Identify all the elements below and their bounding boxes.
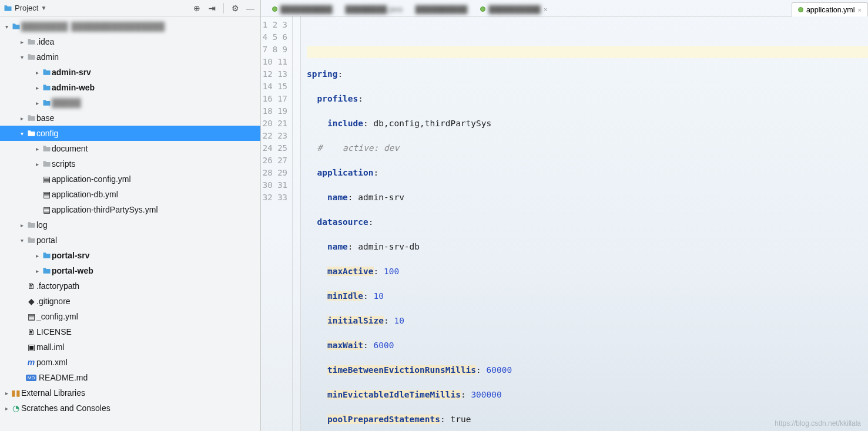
select-opened-file-icon[interactable]: ⊕ (190, 2, 203, 15)
libraries-icon: ▮▮ (11, 388, 21, 398)
tree-file-gitignore[interactable]: ◆ .gitignore (0, 294, 260, 309)
collapse-all-icon[interactable]: ⇥ (206, 2, 219, 15)
close-tab-icon[interactable]: × (544, 6, 547, 13)
spring-icon (480, 6, 485, 12)
tree-file-mall-iml[interactable]: ▣ mall.iml (0, 339, 260, 355)
tree-file-config-yml[interactable]: ▤ _config.yml (0, 309, 260, 324)
yml-file-icon: ▤ (41, 205, 52, 214)
project-tree[interactable]: ▾ ████████ ████████████████ ▸ .idea ▾ ad… (0, 16, 260, 431)
tree-item-config[interactable]: ▾ config (0, 126, 260, 141)
project-view-selector[interactable]: Project ▼ (4, 4, 188, 12)
tree-item-base[interactable]: ▸ base (0, 110, 260, 126)
tree-scratches[interactable]: ▸◔ Scratches and Consoles (0, 400, 260, 416)
editor[interactable]: 1 2 3 4 5 6 7 8 9 10 11 12 13 14 15 16 1… (261, 16, 868, 431)
tree-item-admin[interactable]: ▾ admin (0, 49, 260, 65)
tree-item-portal[interactable]: ▾ portal (0, 233, 260, 248)
divider (223, 3, 224, 14)
tree-item-admin-web[interactable]: ▸ admin-web (0, 80, 260, 95)
editor-tabs: ██████████ ████████.java ██████████ ████… (261, 0, 868, 16)
markdown-icon: MD (26, 375, 36, 381)
tree-item-log[interactable]: ▸ log (0, 217, 260, 233)
yml-file-icon: ▤ (41, 190, 52, 199)
iml-file-icon: ▣ (26, 342, 36, 352)
spring-icon (272, 6, 277, 12)
tree-file-app-tps[interactable]: ▤ application-thirdPartySys.yml (0, 202, 260, 217)
tree-file-app-config[interactable]: ▤ application-config.yml (0, 171, 260, 187)
gear-icon[interactable]: ⚙ (229, 2, 242, 15)
tree-item-portal-web[interactable]: ▸ portal-web (0, 263, 260, 278)
scratches-icon: ◔ (11, 403, 21, 413)
tree-external-libraries[interactable]: ▸▮▮ External Libraries (0, 385, 260, 400)
file-icon: 🗎 (26, 281, 36, 291)
spring-icon (798, 7, 803, 12)
tree-file-license[interactable]: 🗎 LICENSE (0, 324, 260, 339)
tree-item-portal-srv[interactable]: ▸ portal-srv (0, 248, 260, 263)
tree-item-idea[interactable]: ▸ .idea (0, 34, 260, 49)
fold-gutter[interactable] (293, 16, 301, 431)
tree-item-admin-blur[interactable]: ▸ █████ (0, 95, 260, 110)
text-file-icon: 🗎 (26, 327, 36, 336)
editor-tab-active[interactable]: application.yml × (792, 2, 868, 16)
yml-file-icon: ▤ (26, 312, 36, 321)
tree-file-pom[interactable]: m pom.xml (0, 355, 260, 370)
hide-icon[interactable]: — (244, 2, 257, 15)
editor-area: ██████████ ████████.java ██████████ ████… (261, 0, 868, 431)
tree-item-admin-srv[interactable]: ▸ admin-srv (0, 65, 260, 80)
tree-file-factorypath[interactable]: 🗎 .factorypath (0, 278, 260, 294)
project-toolbar: Project ▼ ⊕ ⇥ ⚙ — (0, 0, 260, 16)
project-tool-window: Project ▼ ⊕ ⇥ ⚙ — ▾ ████████ ███████████… (0, 0, 261, 431)
tree-file-app-db[interactable]: ▤ application-db.yml (0, 187, 260, 202)
editor-tab[interactable]: ██████████× (474, 2, 554, 16)
yml-file-icon: ▤ (41, 174, 52, 184)
editor-tab[interactable]: ████████.java (339, 2, 409, 16)
line-number-gutter: 1 2 3 4 5 6 7 8 9 10 11 12 13 14 15 16 1… (261, 16, 293, 431)
tree-item-document[interactable]: ▸ document (0, 141, 260, 156)
editor-tab[interactable]: ██████████ (409, 2, 474, 16)
editor-tab[interactable]: ██████████ (266, 2, 339, 16)
close-tab-icon[interactable]: × (858, 6, 862, 14)
tree-root[interactable]: ▾ ████████ ████████████████ (0, 19, 260, 34)
maven-icon: m (26, 358, 36, 367)
code-content[interactable]: spring: profiles: include: db,config,thi… (301, 16, 868, 431)
tree-file-readme[interactable]: MD README.md (0, 370, 260, 385)
tree-item-scripts[interactable]: ▸ scripts (0, 156, 260, 171)
project-title: Project (15, 4, 38, 12)
project-icon (4, 5, 12, 12)
caret-line-highlight (307, 46, 868, 58)
git-icon: ◆ (26, 297, 36, 306)
dropdown-icon: ▼ (41, 5, 46, 11)
